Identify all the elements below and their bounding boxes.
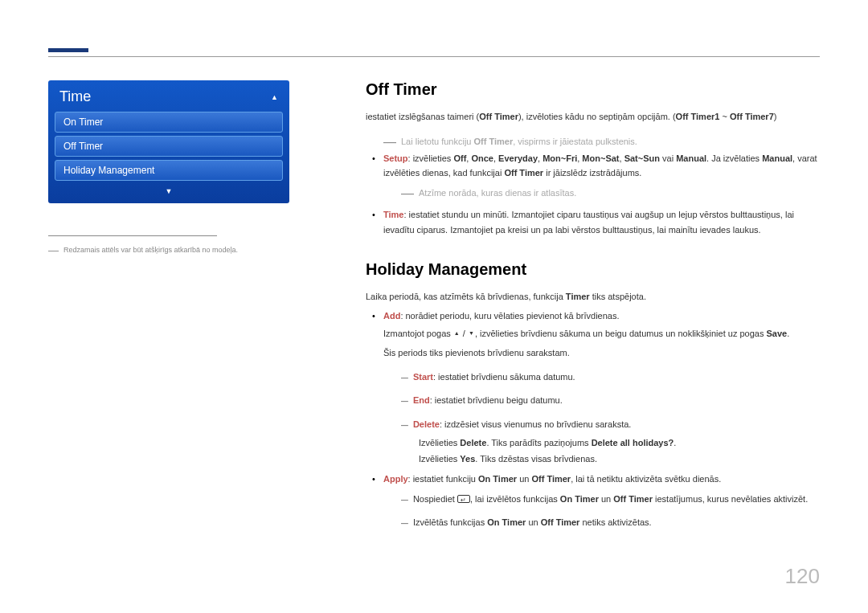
add-bullet: Add: norādiet periodu, kuru vēlaties pie… [383,309,820,467]
heading-off-timer: Off Timer [366,80,820,99]
menu-item-off-timer[interactable]: Off Timer [55,136,283,157]
add-line2: Izmantojot pogas / , izvēlieties brīvdie… [383,327,820,341]
delete-yes: Izvēlieties Yes. Tiks dzēstas visas brīv… [383,452,820,467]
triangle-up-icon [453,329,461,338]
setup-bullet: Setup: izvēlieties Off, Once, Everyday, … [383,151,820,203]
triangle-down-icon [468,329,475,338]
add-end: –End: iestatiet brīvdienu beigu datumu. [383,388,820,410]
holiday-intro: Laika periodā, kas atzīmēts kā brīvdiena… [366,290,820,304]
setup-subnote: ―Atzīme norāda, kuras dienas ir atlasīta… [383,181,820,202]
apply-bullet: Apply: iestatiet funkciju On Timer un Of… [383,472,820,532]
off-timer-intro: iestatiet izslēgšanas taimeri (Off Timer… [366,110,820,125]
add-start: –Start: iestatiet brīvdienu sākuma datum… [383,365,820,386]
time-menu-panel: Time ▲ On Timer Off Timer Holiday Manage… [48,80,289,203]
accent-bar [48,48,88,52]
enter-icon [457,495,470,503]
left-footnote: ―Redzamais attēls var būt atšķirīgs atka… [48,243,289,255]
add-line3: Šis periods tiks pievienots brīvdienu sa… [383,346,820,361]
menu-title: Time [59,88,91,105]
chevron-down-icon[interactable]: ▼ [55,184,283,195]
apply-sub2: –Izvēlētās funkcijas On Timer un Off Tim… [383,510,820,532]
menu-item-holiday-management[interactable]: Holiday Management [55,160,283,181]
time-bullet: Time: iestatiet stundu un minūti. Izmant… [383,207,820,237]
top-rule [48,56,820,57]
menu-item-on-timer[interactable]: On Timer [55,112,283,133]
heading-holiday-management: Holiday Management [366,260,820,279]
off-timer-clock-note: ―Lai lietotu funkciju Off Timer, vispirm… [366,129,820,151]
apply-sub1: –Nospiediet , lai izvēlētos funkcijas On… [383,487,820,509]
delete-confirm: Izvēlieties Delete. Tiks parādīts paziņo… [383,435,820,451]
chevron-up-icon[interactable]: ▲ [271,93,278,101]
page-number: 120 [785,564,820,589]
add-delete: –Delete: izdzēsiet visus vienumus no brī… [383,412,820,434]
dash-icon: ― [48,244,59,256]
divider [48,235,217,236]
